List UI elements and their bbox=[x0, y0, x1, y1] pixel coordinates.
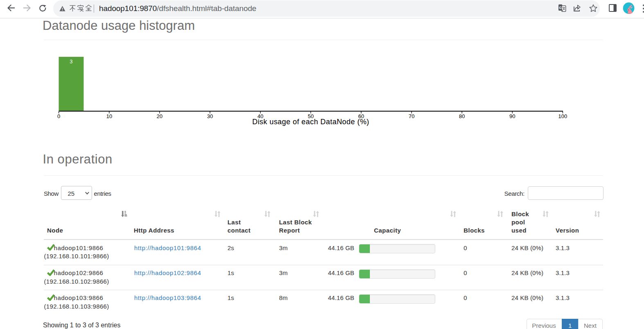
svg-text:10: 10 bbox=[106, 113, 112, 119]
svg-text:80: 80 bbox=[459, 113, 465, 119]
svg-text:100: 100 bbox=[558, 113, 567, 119]
svg-text:Disk usage of each DataNode (%: Disk usage of each DataNode (%) bbox=[252, 118, 369, 126]
svg-text:20: 20 bbox=[157, 113, 162, 119]
svg-text:3: 3 bbox=[70, 58, 72, 65]
svg-text:30: 30 bbox=[207, 113, 213, 119]
svg-text:G: G bbox=[559, 6, 562, 10]
svg-text:70: 70 bbox=[409, 113, 414, 119]
svg-text:90: 90 bbox=[509, 113, 515, 119]
svg-text:0: 0 bbox=[57, 113, 60, 119]
